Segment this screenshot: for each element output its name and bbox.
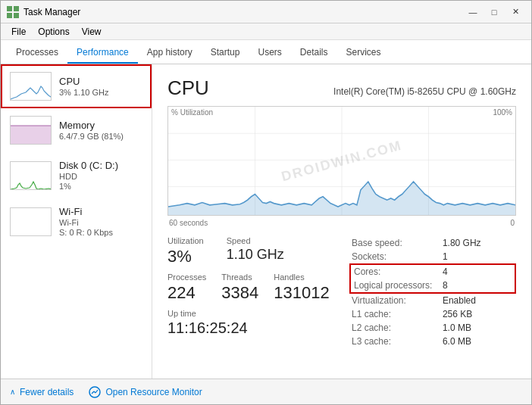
memory-thumb — [10, 116, 52, 145]
uptime-label: Up time — [167, 309, 334, 318]
tab-details[interactable]: Details — [291, 42, 337, 64]
menu-options[interactable]: Options — [33, 25, 74, 39]
bottom-section: Utilization 3% Speed 1.10 GHz Processes … — [167, 236, 516, 348]
cpu-chart-svg — [168, 107, 515, 215]
fewer-details-button[interactable]: ∧ Fewer details — [10, 387, 74, 397]
main-panel: CPU Intel(R) Core(TM) i5-8265U CPU @ 1.6… — [152, 64, 531, 379]
handles-block: Handles 131012 — [274, 273, 329, 303]
processes-value: 224 — [167, 283, 206, 303]
table-row: Sockets:1 — [350, 250, 515, 264]
open-resource-monitor-button[interactable]: Open Resource Monitor — [89, 386, 202, 398]
svg-rect-5 — [11, 208, 52, 236]
maximize-button[interactable]: □ — [484, 5, 504, 20]
info-value: Enabled — [441, 293, 515, 307]
info-label: Virtualization: — [350, 293, 441, 307]
chart-y-max: 100% — [493, 108, 512, 117]
cpu-thumb — [10, 72, 52, 101]
sidebar-item-memory[interactable]: Memory 6.4/7.9 GB (81%) — [1, 108, 152, 152]
content-area: CPU 3% 1.10 GHz Memory 6.4/7.9 GB (81%) — [1, 64, 531, 379]
tab-performance[interactable]: Performance — [67, 42, 138, 64]
title-controls: — □ ✕ — [463, 5, 525, 20]
tabs-bar: Processes Performance App history Startu… — [1, 40, 531, 64]
chart-time-bar: 60 seconds 0 — [167, 219, 516, 227]
chart-time-right: 0 — [510, 219, 515, 227]
menu-bar: File Options View — [1, 23, 531, 40]
table-row: L1 cache:256 KB — [350, 307, 515, 321]
chart-time-left: 60 seconds — [169, 219, 208, 227]
table-row: Virtualization:Enabled — [350, 293, 515, 307]
info-label: L3 cache: — [350, 335, 441, 348]
open-resource-monitor-label: Open Resource Monitor — [105, 387, 202, 397]
menu-view[interactable]: View — [77, 25, 106, 39]
speed-block: Speed 1.10 GHz — [227, 236, 284, 266]
utilization-block: Utilization 3% — [167, 236, 204, 266]
minimize-button[interactable]: — — [463, 5, 483, 20]
cpu-header: CPU Intel(R) Core(TM) i5-8265U CPU @ 1.6… — [167, 76, 516, 100]
cpu-sidebar-name: CPU — [59, 76, 142, 87]
utilization-label: Utilization — [167, 236, 204, 245]
wifi-sidebar-name: Wi-Fi — [59, 206, 142, 217]
title-bar: Task Manager — □ ✕ — [1, 1, 531, 23]
cpu-model: Intel(R) Core(TM) i5-8265U CPU @ 1.60GHz — [333, 86, 516, 97]
threads-value: 3384 — [221, 283, 258, 303]
cpu-sidebar-info: CPU 3% 1.10 GHz — [59, 76, 142, 97]
right-info: Base speed:1.80 GHzSockets:1Cores:4Logic… — [349, 236, 516, 348]
left-stats: Utilization 3% Speed 1.10 GHz Processes … — [167, 236, 334, 348]
tab-users[interactable]: Users — [249, 42, 290, 64]
uptime-value: 11:16:25:24 — [167, 319, 334, 337]
cpu-info-table: Base speed:1.80 GHzSockets:1Cores:4Logic… — [349, 236, 516, 348]
uptime-block: Up time 11:16:25:24 — [167, 309, 334, 337]
processes-block: Processes 224 — [167, 273, 206, 303]
info-value: 8 — [441, 279, 515, 293]
table-row: L3 cache:6.0 MB — [350, 335, 515, 348]
table-row: Base speed:1.80 GHz — [350, 236, 515, 250]
wifi-thumb — [10, 207, 52, 236]
memory-sidebar-info: Memory 6.4/7.9 GB (81%) — [59, 120, 142, 141]
tab-app-history[interactable]: App history — [138, 42, 202, 64]
cpu-title: CPU — [167, 76, 209, 100]
title-bar-left: Task Manager — [7, 6, 80, 18]
info-value: 1.0 MB — [441, 321, 515, 335]
sidebar-item-wifi[interactable]: Wi-Fi Wi-Fi S: 0 R: 0 Kbps — [1, 198, 152, 245]
resource-monitor-icon — [89, 386, 101, 398]
threads-label: Threads — [221, 273, 258, 282]
wifi-sidebar-sub2: S: 0 R: 0 Kbps — [59, 228, 142, 237]
window-title: Task Manager — [23, 7, 80, 17]
menu-file[interactable]: File — [7, 25, 30, 39]
app-icon — [7, 6, 19, 18]
memory-sidebar-name: Memory — [59, 120, 142, 131]
processes-label: Processes — [167, 273, 206, 282]
info-value: 4 — [441, 264, 515, 279]
info-value: 1 — [441, 250, 515, 264]
svg-rect-4 — [11, 126, 52, 145]
footer: ∧ Fewer details Open Resource Monitor — [1, 379, 531, 404]
sidebar-item-cpu[interactable]: CPU 3% 1.10 GHz — [1, 64, 152, 108]
fewer-details-label: Fewer details — [20, 387, 74, 397]
table-row: Logical processors:8 — [350, 279, 515, 293]
info-label: Base speed: — [350, 236, 441, 250]
close-button[interactable]: ✕ — [505, 5, 525, 20]
svg-rect-1 — [14, 6, 19, 11]
tab-startup[interactable]: Startup — [202, 42, 249, 64]
cpu-chart: % Utilization 100% DROIDWIN.COM — [167, 106, 516, 216]
sidebar-item-disk[interactable]: Disk 0 (C: D:) HDD 1% — [1, 152, 152, 198]
table-row: L2 cache:1.0 MB — [350, 321, 515, 335]
cpu-sidebar-sub: 3% 1.10 GHz — [59, 88, 142, 97]
info-label: L1 cache: — [350, 307, 441, 321]
speed-value: 1.10 GHz — [227, 247, 284, 263]
info-label: Sockets: — [350, 250, 441, 264]
wifi-sidebar-sub1: Wi-Fi — [59, 218, 142, 227]
tab-services[interactable]: Services — [337, 42, 390, 64]
table-row: Cores:4 — [350, 264, 515, 279]
utilization-value: 3% — [167, 247, 204, 266]
speed-label: Speed — [227, 236, 284, 245]
info-label: Cores: — [350, 264, 441, 279]
chevron-up-icon: ∧ — [10, 388, 15, 396]
svg-rect-3 — [14, 13, 19, 18]
info-value: 256 KB — [441, 307, 515, 321]
memory-sidebar-sub: 6.4/7.9 GB (81%) — [59, 132, 142, 141]
threads-block: Threads 3384 — [221, 273, 258, 303]
disk-sidebar-name: Disk 0 (C: D:) — [59, 160, 142, 171]
wifi-sidebar-info: Wi-Fi Wi-Fi S: 0 R: 0 Kbps — [59, 206, 142, 237]
tab-processes[interactable]: Processes — [7, 42, 67, 64]
